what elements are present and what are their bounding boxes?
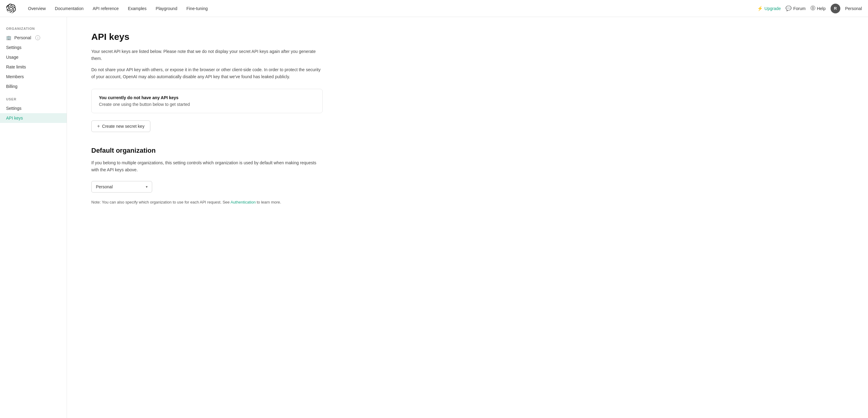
default-org-title: Default organization [91,147,377,155]
sidebar: ORGANIZATION 🏢 Personal i Settings Usage… [0,17,67,418]
description-1: Your secret API keys are listed below. P… [91,48,322,62]
help-label: Help [817,6,826,11]
sidebar-item-rate-limits[interactable]: Rate limits [0,62,67,72]
empty-state-text: Create one using the button below to get… [99,102,315,107]
sidebar-item-rate-limits-label: Rate limits [6,64,26,69]
sidebar-item-settings-user[interactable]: Settings [0,103,67,113]
main-content: API keys Your secret API keys are listed… [67,17,402,418]
empty-state-title: You currently do not have any API keys [99,95,315,100]
sidebar-item-personal[interactable]: 🏢 Personal i [0,33,67,42]
empty-state-box: You currently do not have any API keys C… [91,89,322,113]
upgrade-label: Upgrade [765,6,781,11]
note-prefix: Note: You can also specify which organiz… [91,200,230,204]
page-title: API keys [91,32,377,42]
sidebar-item-members[interactable]: Members [0,72,67,82]
forum-icon: 💬 [785,5,792,11]
nav-examples[interactable]: Examples [124,4,150,13]
default-org-description: If you belong to multiple organizations,… [91,159,322,173]
bolt-icon: ⚡ [757,6,763,11]
description-2: Do not share your API key with others, o… [91,66,322,80]
chevron-down-icon: ▾ [146,185,148,189]
create-button-label: Create new secret key [102,124,144,129]
user-section-label: USER [0,97,67,103]
forum-button[interactable]: 💬 Forum [785,5,805,11]
note-suffix: to learn more. [256,200,281,204]
nav-documentation[interactable]: Documentation [51,4,87,13]
sidebar-item-billing[interactable]: Billing [0,82,67,91]
org-section-label: ORGANIZATION [0,27,67,33]
sidebar-item-settings-user-label: Settings [6,106,22,111]
plus-icon: + [97,124,100,129]
authentication-link[interactable]: Authentication [230,200,255,204]
header: Overview Documentation API reference Exa… [0,0,868,17]
header-right: ⚡ Upgrade 💬 Forum ⓪ Help R Personal [757,4,862,13]
nav-fine-tuning[interactable]: Fine-tuning [183,4,211,13]
sidebar-item-settings-org[interactable]: Settings [0,42,67,52]
page-layout: ORGANIZATION 🏢 Personal i Settings Usage… [0,17,868,418]
sidebar-item-usage-label: Usage [6,55,18,60]
upgrade-button[interactable]: ⚡ Upgrade [757,6,781,11]
org-select-value: Personal [96,184,113,189]
nav-api-reference[interactable]: API reference [89,4,123,13]
nav-playground[interactable]: Playground [152,4,181,13]
account-name[interactable]: Personal [845,6,862,11]
avatar[interactable]: R [831,4,840,13]
sidebar-item-usage[interactable]: Usage [0,52,67,62]
openai-logo[interactable] [6,4,16,13]
forum-label: Forum [793,6,805,11]
help-icon: ⓪ [810,5,815,11]
sidebar-item-billing-label: Billing [6,84,17,89]
sidebar-item-settings-org-label: Settings [6,45,22,50]
building-icon: 🏢 [6,35,11,40]
sidebar-item-api-keys[interactable]: API keys [0,113,67,123]
sidebar-item-personal-label: Personal [14,35,31,40]
sidebar-item-api-keys-label: API keys [6,116,23,121]
note-text: Note: You can also specify which organiz… [91,200,322,204]
nav-overview[interactable]: Overview [24,4,49,13]
info-icon[interactable]: i [35,35,40,40]
help-button[interactable]: ⓪ Help [810,5,826,11]
main-nav: Overview Documentation API reference Exa… [24,4,757,13]
sidebar-item-members-label: Members [6,74,24,79]
org-select-dropdown[interactable]: Personal ▾ [91,181,152,193]
create-secret-key-button[interactable]: + Create new secret key [91,121,150,132]
